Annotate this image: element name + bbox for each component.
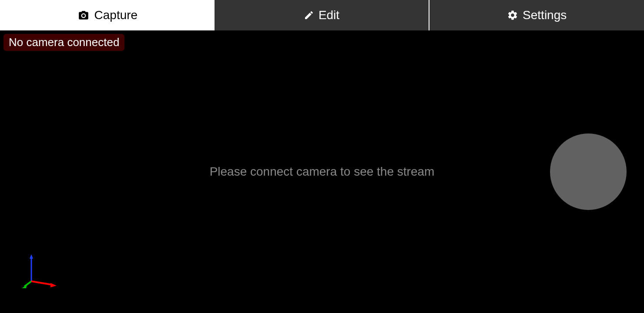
tab-capture-label: Capture [94,8,138,22]
axis-y-arrow [22,285,27,288]
camera-status-text: No camera connected [9,36,119,49]
tab-edit[interactable]: Edit [215,0,429,30]
tab-capture[interactable]: Capture [0,0,215,30]
pencil-icon [304,10,314,20]
camera-icon [77,10,90,21]
axis-x [31,281,52,285]
camera-status-badge: No camera connected [3,34,124,51]
tab-edit-label: Edit [319,8,339,22]
capture-button[interactable] [550,133,627,210]
axis-z-arrow [30,254,33,259]
axis-gizmo[interactable] [22,254,57,289]
svg-point-0 [82,14,85,17]
axis-x-arrow [50,283,57,287]
gear-icon [507,10,518,21]
tab-settings[interactable]: Settings [429,0,644,30]
camera-viewport: No camera connected Please connect camer… [0,30,644,313]
axis-y [24,281,31,286]
tab-settings-label: Settings [523,8,567,22]
main-tabs: Capture Edit Settings [0,0,644,30]
viewport-placeholder-message: Please connect camera to see the stream [210,165,435,179]
